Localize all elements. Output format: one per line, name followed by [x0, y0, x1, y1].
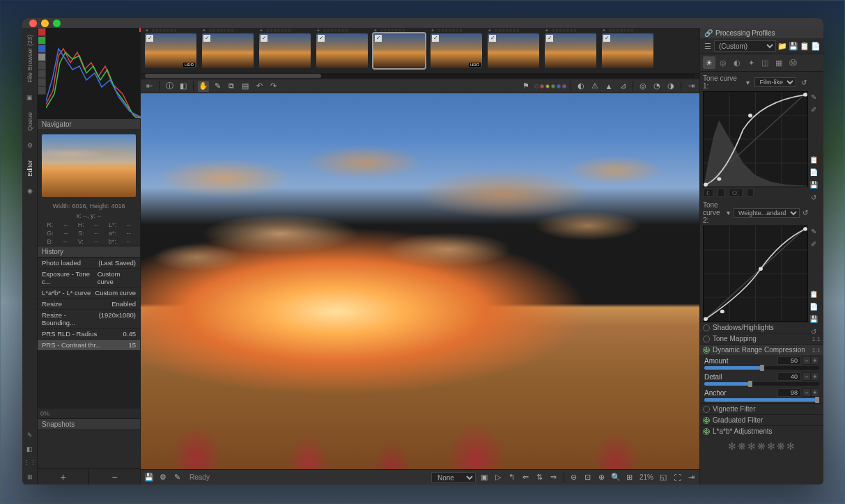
power-icon[interactable]: [703, 406, 710, 413]
filmstrip-thumb[interactable]: ✦ ○○○○○○○✓: [545, 33, 596, 68]
tab-transform-icon[interactable]: ◫: [759, 56, 771, 69]
zoom-crop-icon[interactable]: ⊞: [624, 472, 635, 483]
zoom-fit-icon[interactable]: ⊡: [582, 472, 594, 483]
zoom-out-icon[interactable]: ⊖: [568, 472, 580, 483]
filmstrip-thumb[interactable]: ✦ ○○○○○○○✓: [316, 33, 368, 68]
zoom-in-icon[interactable]: 🔍: [610, 472, 621, 483]
curve-save-icon[interactable]: 💾: [809, 180, 819, 189]
hand-tool-icon[interactable]: ✋: [198, 81, 209, 92]
profile-save-icon[interactable]: 💾: [789, 41, 798, 51]
power-icon[interactable]: ⏻: [703, 417, 710, 424]
tab-editor[interactable]: Editor: [25, 157, 35, 180]
tone-curve-1-type-select[interactable]: Film-like: [754, 77, 796, 87]
plus-icon[interactable]: +: [811, 356, 819, 365]
power-icon[interactable]: [703, 324, 710, 331]
before-after-icon[interactable]: ◧: [178, 81, 189, 92]
wb-picker-icon[interactable]: ✎: [212, 81, 223, 92]
anchor-value[interactable]: 98: [777, 388, 801, 397]
profile-copy-icon[interactable]: 📋: [800, 41, 809, 51]
section-shadows-highlights[interactable]: Shadows/Highlights: [700, 322, 823, 333]
history-item[interactable]: PRS RLD - Radius0.45: [38, 329, 140, 340]
zoom-100-icon[interactable]: ⊕: [596, 472, 607, 483]
minimize-icon[interactable]: [41, 19, 49, 27]
curve2-reset2-icon[interactable]: ↺: [809, 326, 819, 336]
tab-file-browser[interactable]: File Browser (23): [25, 32, 35, 86]
gear-icon[interactable]: ⚙: [25, 141, 35, 150]
hist-red-toggle[interactable]: [38, 28, 46, 36]
history-item[interactable]: Exposure - Tone c...Custom curve: [38, 269, 140, 288]
hist-raw-toggle[interactable]: [38, 70, 46, 78]
close-icon[interactable]: [29, 19, 37, 27]
power-icon[interactable]: [703, 336, 710, 342]
queue-icon[interactable]: ⚙: [157, 472, 169, 483]
filmstrip-thumb[interactable]: ✦ ○○○○○○○✓: [373, 33, 425, 68]
hist-blue-toggle[interactable]: [38, 45, 46, 53]
curve2-edit-icon[interactable]: ✐: [809, 239, 819, 249]
maximize-icon[interactable]: [53, 19, 61, 27]
filmstrip-scrollbar[interactable]: [145, 74, 695, 78]
navigator-thumbnail[interactable]: [42, 134, 136, 197]
tab-advanced-icon[interactable]: ✦: [745, 56, 757, 69]
save-icon[interactable]: 💾: [144, 472, 155, 483]
curve2-copy-icon[interactable]: 📋: [809, 289, 819, 299]
curve-reset2-icon[interactable]: ↺: [809, 192, 819, 202]
nav-sync-icon[interactable]: ▷: [493, 472, 504, 483]
label-blue[interactable]: [557, 84, 561, 88]
nav-prev2-icon[interactable]: ↰: [506, 472, 518, 483]
nav-first-icon[interactable]: ▣: [479, 472, 490, 483]
curve-paste-icon[interactable]: 📄: [809, 167, 819, 177]
filmstrip-thumb[interactable]: ✦ ○○○○○○○✓: [602, 33, 653, 68]
section-graduated[interactable]: ⏻ Graduated Filter: [700, 414, 823, 425]
label-green[interactable]: [551, 84, 555, 88]
minus-icon[interactable]: −: [803, 356, 811, 365]
tab-queue[interactable]: Queue: [25, 109, 35, 134]
new-detail-icon[interactable]: ◱: [658, 472, 669, 483]
fullscreen-icon[interactable]: ⛶: [672, 472, 683, 483]
minus-icon[interactable]: −: [803, 388, 811, 397]
tab-meta-icon[interactable]: Ⓜ: [786, 56, 799, 69]
info-icon[interactable]: ⓘ: [164, 81, 175, 92]
tool-icon-4[interactable]: ⊞: [25, 472, 35, 482]
curve2-reset-icon[interactable]: ↺: [803, 208, 808, 218]
tool-icon-1[interactable]: ✎: [25, 430, 35, 440]
curve-pipette-icon[interactable]: ✎: [809, 92, 819, 102]
tab-detail-icon[interactable]: ◎: [717, 56, 729, 69]
filmstrip-thumb[interactable]: ✦ ○○○○○○○✓HDR: [145, 33, 196, 68]
nav-updown-icon[interactable]: ⇅: [534, 472, 545, 483]
amount-slider[interactable]: [704, 366, 819, 370]
hist-bar-toggle[interactable]: [38, 78, 46, 86]
nav-prev-icon[interactable]: ⇐: [520, 472, 532, 483]
sharpening-contrast-icon[interactable]: ⊿: [617, 81, 628, 92]
tab-raw-icon[interactable]: ▦: [773, 56, 785, 69]
profile-load-icon[interactable]: 📁: [777, 41, 787, 51]
rotate-right-icon[interactable]: ↷: [268, 81, 279, 92]
hist-luma-toggle[interactable]: [38, 53, 46, 61]
hist-mode-toggle[interactable]: [38, 86, 46, 95]
label-purple[interactable]: [562, 84, 566, 88]
monitor-profile-icon[interactable]: ◎: [637, 81, 649, 92]
amount-value[interactable]: 50: [777, 356, 801, 365]
curve2-save-icon[interactable]: 💾: [809, 314, 819, 324]
tab-exposure-icon[interactable]: ☀: [703, 56, 715, 69]
anchor-slider[interactable]: [704, 398, 819, 402]
curve2-paste-icon[interactable]: 📄: [809, 301, 819, 311]
straighten-icon[interactable]: ▤: [240, 81, 251, 92]
curve2-pipette-icon[interactable]: ✎: [809, 226, 819, 236]
plus-icon[interactable]: +: [811, 388, 819, 397]
tone-curve-2-type-select[interactable]: Weighte...andard: [734, 208, 800, 218]
snapshot-add-button[interactable]: +: [38, 469, 89, 485]
minus-icon[interactable]: −: [803, 372, 811, 381]
curve-copy-icon[interactable]: 📋: [809, 155, 819, 164]
toggle-right-icon[interactable]: ⇥: [685, 472, 697, 483]
hist-green-toggle[interactable]: [38, 36, 46, 45]
arrow-left-icon[interactable]: ⇤: [144, 81, 155, 92]
curve-reset-icon[interactable]: ↺: [799, 77, 808, 87]
profile-select[interactable]: (Custom): [714, 40, 776, 52]
tool-icon-2[interactable]: ◧: [25, 444, 35, 454]
curve-mode-icon[interactable]: ▾: [743, 77, 752, 87]
aperture-icon[interactable]: ◉: [25, 186, 35, 196]
plus-icon[interactable]: +: [811, 372, 819, 381]
power-icon[interactable]: ⏻: [703, 347, 710, 354]
tone-curve-2-graph[interactable]: ✎ ✐ 📋 📄 💾 ↺: [703, 226, 808, 322]
filmstrip-thumb[interactable]: ✦ ○○○○○○○✓HDR: [431, 33, 482, 68]
